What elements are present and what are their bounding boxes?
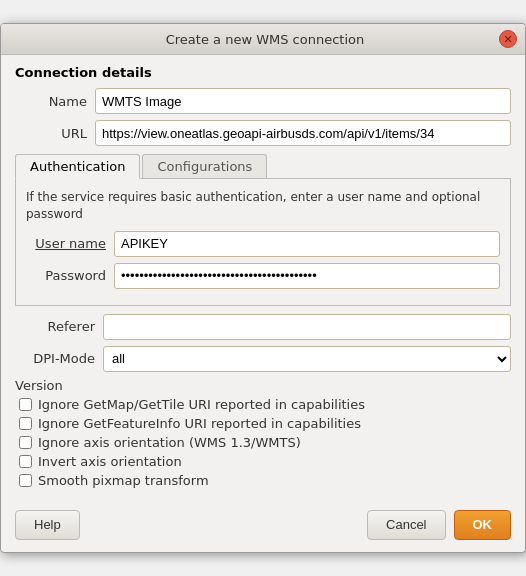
button-bar: Help Cancel OK: [1, 502, 525, 552]
password-input[interactable]: [114, 263, 500, 289]
checkbox-smooth-pixmap-label: Smooth pixmap transform: [38, 473, 209, 488]
checkbox-getfeatureinfo[interactable]: [19, 417, 32, 430]
tab-configurations[interactable]: Configurations: [142, 154, 267, 178]
dialog-body: Connection details Name URL Authenticati…: [1, 55, 525, 502]
checkbox-row-3: Ignore axis orientation (WMS 1.3/WMTS): [19, 435, 511, 450]
tab-authentication[interactable]: Authentication: [15, 154, 140, 179]
checkbox-row-5: Smooth pixmap transform: [19, 473, 511, 488]
dialog-title: Create a new WMS connection: [31, 32, 499, 47]
name-row: Name: [15, 88, 511, 114]
checkbox-row-1: Ignore GetMap/GetTile URI reported in ca…: [19, 397, 511, 412]
url-row: URL: [15, 120, 511, 146]
checkbox-invert-axis[interactable]: [19, 455, 32, 468]
url-label: URL: [15, 126, 95, 141]
connection-details-title: Connection details: [15, 65, 511, 80]
referer-row: Referer: [15, 314, 511, 340]
ok-button[interactable]: OK: [454, 510, 512, 540]
referer-label: Referer: [15, 319, 103, 334]
version-section: Version Ignore GetMap/GetTile URI report…: [15, 378, 511, 488]
dpi-select[interactable]: all tile oversampling off: [103, 346, 511, 372]
tab-content-authentication: If the service requires basic authentica…: [15, 179, 511, 306]
checkbox-smooth-pixmap[interactable]: [19, 474, 32, 487]
cancel-button[interactable]: Cancel: [367, 510, 445, 540]
checkbox-axis-orientation[interactable]: [19, 436, 32, 449]
tab-container: Authentication Configurations If the ser…: [15, 154, 511, 306]
dpi-row: DPI-Mode all tile oversampling off: [15, 346, 511, 372]
dpi-label: DPI-Mode: [15, 351, 103, 366]
close-button[interactable]: ✕: [499, 30, 517, 48]
checkbox-getmap-label: Ignore GetMap/GetTile URI reported in ca…: [38, 397, 365, 412]
version-label: Version: [15, 378, 511, 393]
checkbox-getfeatureinfo-label: Ignore GetFeatureInfo URI reported in ca…: [38, 416, 361, 431]
url-input[interactable]: [95, 120, 511, 146]
title-bar: Create a new WMS connection ✕: [1, 24, 525, 55]
referer-input[interactable]: [103, 314, 511, 340]
password-row: Password: [26, 263, 500, 289]
username-input[interactable]: [114, 231, 500, 257]
password-label: Password: [26, 268, 114, 283]
checkbox-row-2: Ignore GetFeatureInfo URI reported in ca…: [19, 416, 511, 431]
checkbox-getmap[interactable]: [19, 398, 32, 411]
username-row: User name: [26, 231, 500, 257]
tab-bar: Authentication Configurations: [15, 154, 511, 179]
help-button[interactable]: Help: [15, 510, 80, 540]
auth-hint: If the service requires basic authentica…: [26, 189, 500, 223]
name-label: Name: [15, 94, 95, 109]
checkbox-axis-orientation-label: Ignore axis orientation (WMS 1.3/WMTS): [38, 435, 301, 450]
dialog-create-wms: Create a new WMS connection ✕ Connection…: [0, 23, 526, 553]
right-buttons: Cancel OK: [367, 510, 511, 540]
checkbox-row-4: Invert axis orientation: [19, 454, 511, 469]
name-input[interactable]: [95, 88, 511, 114]
username-label: User name: [26, 236, 114, 251]
checkbox-invert-axis-label: Invert axis orientation: [38, 454, 182, 469]
